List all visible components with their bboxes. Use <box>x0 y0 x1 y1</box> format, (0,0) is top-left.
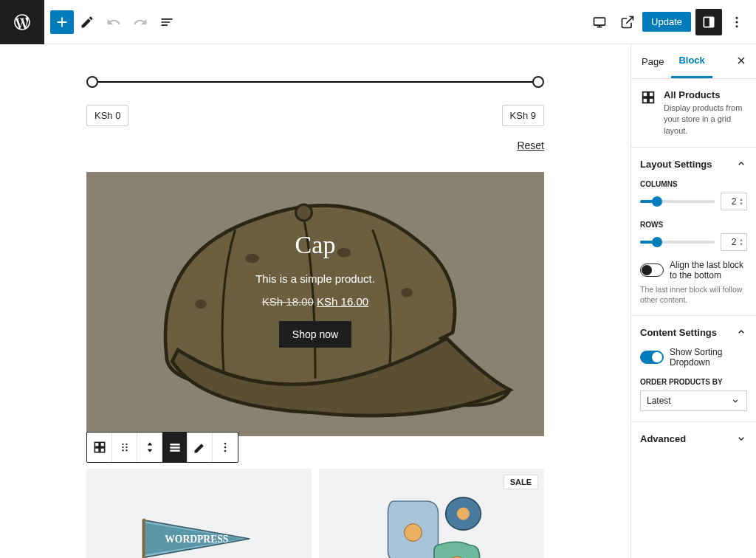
svg-rect-11 <box>94 442 99 447</box>
svg-point-5 <box>736 25 738 27</box>
svg-point-10 <box>296 204 312 221</box>
svg-rect-23 <box>170 450 179 452</box>
product-grid: WORDPRESS WordPress Pennant KSh 11.05 Bu… <box>86 469 544 558</box>
rows-input[interactable]: 2▲▼ <box>721 233 747 251</box>
svg-rect-0 <box>594 18 605 25</box>
svg-point-24 <box>224 443 227 445</box>
content-settings-toggle[interactable]: Content Settings <box>640 326 747 338</box>
wordpress-logo[interactable] <box>0 0 44 44</box>
svg-point-15 <box>122 444 123 445</box>
svg-rect-22 <box>170 447 179 449</box>
content-settings-label: Content Settings <box>640 327 717 338</box>
product-card[interactable]: SALE Logo Collection KSh 18.00 — KSh 45.… <box>319 469 544 558</box>
svg-rect-21 <box>170 444 179 446</box>
slider-handle-min[interactable] <box>86 76 98 88</box>
svg-text:WORDPRESS: WORDPRESS <box>165 534 228 545</box>
svg-rect-38 <box>649 98 653 103</box>
columns-label: Columns <box>640 180 747 188</box>
chevron-down-icon <box>730 396 740 406</box>
svg-point-17 <box>122 447 123 448</box>
more-options-icon[interactable] <box>724 9 750 35</box>
settings-sidebar: Page Block All Products Display products… <box>630 44 756 558</box>
undo-icon[interactable] <box>100 9 127 35</box>
featured-price: KSh 18.00 KSh 16.00 <box>101 295 529 308</box>
svg-rect-37 <box>643 98 647 103</box>
update-button[interactable]: Update <box>642 12 691 32</box>
chevron-up-icon <box>735 158 747 170</box>
columns-input[interactable]: 2▲▼ <box>721 193 747 210</box>
svg-rect-36 <box>649 92 653 97</box>
svg-rect-2 <box>709 17 714 27</box>
align-last-help: The last inner block will follow other c… <box>640 285 747 305</box>
block-toolbar <box>86 432 238 463</box>
add-block-button[interactable] <box>50 10 74 34</box>
advanced-toggle[interactable]: Advanced <box>640 433 747 444</box>
reset-link[interactable]: Reset <box>86 140 544 151</box>
product-image: SALE <box>319 469 544 558</box>
block-description: Display products from your store in a gr… <box>664 103 747 137</box>
product-image: WORDPRESS <box>86 469 312 558</box>
columns-slider[interactable] <box>640 200 715 203</box>
svg-point-25 <box>224 447 227 449</box>
close-sidebar-icon[interactable] <box>729 49 753 75</box>
block-more-icon[interactable] <box>213 433 238 462</box>
layout-settings-label: Layout Settings <box>640 159 712 170</box>
price-filter: KSh 0 KSh 9 Reset <box>86 44 544 159</box>
grid-icon <box>640 89 656 106</box>
list-view-icon[interactable] <box>154 9 180 35</box>
tab-page[interactable]: Page <box>634 46 671 78</box>
tab-block[interactable]: Block <box>671 44 712 78</box>
block-name: All Products <box>664 89 747 100</box>
price-slider-track[interactable] <box>92 81 538 83</box>
align-last-label: Align the last block to the bottom <box>670 260 747 280</box>
svg-point-20 <box>126 450 127 451</box>
svg-rect-12 <box>100 442 104 447</box>
edit-icon[interactable] <box>188 433 213 462</box>
svg-point-26 <box>224 450 227 452</box>
new-price: KSh 16.00 <box>317 295 368 308</box>
device-preview-icon[interactable] <box>586 9 613 35</box>
chevron-down-icon <box>735 433 747 444</box>
order-by-select[interactable]: Latest <box>640 390 747 411</box>
move-up-down-icon[interactable] <box>137 433 162 462</box>
edit-mode-icon[interactable] <box>74 9 100 35</box>
sale-badge: SALE <box>504 475 538 489</box>
rows-label: Rows <box>640 221 747 229</box>
settings-toggle[interactable] <box>695 9 722 35</box>
price-min-label: KSh 0 <box>86 105 128 126</box>
featured-title: Cap <box>101 231 529 259</box>
layout-settings-toggle[interactable]: Layout Settings <box>640 158 747 170</box>
drag-handle-icon[interactable] <box>112 433 137 462</box>
rows-slider[interactable] <box>640 241 715 244</box>
svg-point-18 <box>126 447 127 448</box>
slider-handle-max[interactable] <box>532 76 544 88</box>
show-sorting-toggle[interactable] <box>640 351 664 364</box>
svg-point-3 <box>736 16 738 18</box>
old-price: KSh 18.00 <box>262 295 314 308</box>
align-icon[interactable] <box>162 433 188 462</box>
shop-now-button[interactable]: Shop now <box>279 321 351 348</box>
svg-point-33 <box>457 508 470 520</box>
svg-point-4 <box>736 21 738 23</box>
advanced-label: Advanced <box>640 433 686 444</box>
show-sorting-label: Show Sorting Dropdown <box>670 347 747 368</box>
order-by-value: Latest <box>647 396 671 406</box>
price-max-label: KSh 9 <box>502 105 544 126</box>
featured-description: This is a simple product. <box>101 272 529 285</box>
svg-point-16 <box>126 444 127 445</box>
order-by-label: Order Products By <box>640 378 747 386</box>
svg-point-31 <box>404 524 422 542</box>
svg-rect-30 <box>142 519 145 558</box>
svg-rect-35 <box>643 92 647 97</box>
redo-icon[interactable] <box>127 9 154 35</box>
product-card[interactable]: WORDPRESS WordPress Pennant KSh 11.05 Bu… <box>86 469 312 558</box>
svg-rect-14 <box>100 448 104 452</box>
svg-point-19 <box>122 450 123 451</box>
chevron-up-icon <box>735 326 747 338</box>
featured-product-block[interactable]: Cap This is a simple product. KSh 18.00 … <box>86 172 544 436</box>
external-preview-icon[interactable] <box>614 9 641 35</box>
align-last-toggle[interactable] <box>640 264 664 277</box>
block-type-icon[interactable] <box>87 433 112 462</box>
svg-rect-13 <box>94 448 99 452</box>
